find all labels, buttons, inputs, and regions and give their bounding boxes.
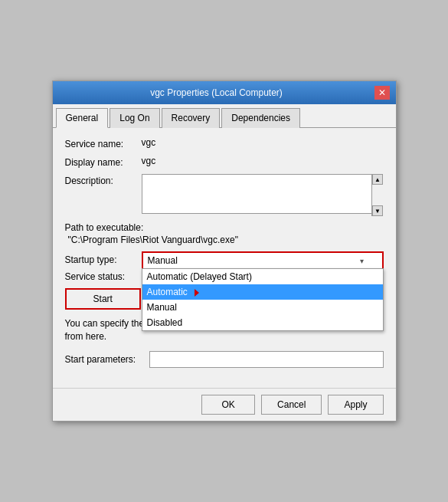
title-bar: vgc Properties (Local Computer) ✕ — [53, 81, 396, 104]
tabs-container: General Log On Recovery Dependencies — [53, 104, 396, 128]
window-title: vgc Properties (Local Computer) — [59, 87, 374, 98]
display-name-row: Display name: vgc — [65, 156, 384, 168]
start-params-label: Start parameters: — [65, 354, 149, 365]
dropdown-arrow-icon: ▾ — [360, 257, 364, 265]
description-input[interactable] — [142, 174, 384, 214]
startup-option-automatic[interactable]: Automatic — [142, 284, 383, 300]
startup-option-manual[interactable]: Manual — [142, 300, 383, 315]
service-name-value: vgc — [142, 137, 384, 148]
ok-button[interactable]: OK — [201, 395, 255, 415]
cancel-button[interactable]: Cancel — [261, 395, 322, 415]
apply-button[interactable]: Apply — [328, 395, 383, 415]
path-section: Path to executable: "C:\Program Files\Ri… — [65, 222, 384, 245]
service-name-label: Service name: — [65, 137, 142, 149]
scroll-up-button[interactable]: ▲ — [372, 174, 383, 185]
selected-arrow-icon — [195, 289, 199, 297]
startup-option-disabled[interactable]: Disabled — [142, 315, 383, 330]
window: vgc Properties (Local Computer) ✕ Genera… — [52, 80, 397, 422]
startup-type-dropdown-wrapper: Manual ▾ Automatic (Delayed Start) Autom… — [142, 251, 384, 270]
description-label: Description: — [65, 174, 142, 186]
tab-dependencies[interactable]: Dependencies — [221, 108, 300, 128]
description-scrollbar: ▲ ▼ — [371, 174, 384, 216]
description-container: ▲ ▼ — [142, 174, 384, 216]
service-name-row: Service name: vgc — [65, 137, 384, 149]
tab-logon[interactable]: Log On — [110, 108, 159, 128]
startup-type-label: Startup type: — [65, 251, 142, 265]
start-params-input[interactable] — [149, 351, 384, 368]
close-button[interactable]: ✕ — [374, 86, 390, 100]
startup-type-options: Automatic (Delayed Start) Automatic Manu… — [142, 268, 384, 331]
tab-content: Service name: vgc Display name: vgc Desc… — [53, 128, 396, 388]
path-value: "C:\Program Files\Riot Vanguard\vgc.exe" — [65, 235, 384, 245]
description-row: Description: ▲ ▼ — [65, 174, 384, 216]
start-params-row: Start parameters: — [65, 351, 384, 368]
startup-type-row: Startup type: Manual ▾ Automatic (Delaye… — [65, 251, 384, 270]
path-label: Path to executable: — [65, 222, 384, 233]
startup-type-selected: Manual — [148, 255, 178, 266]
display-name-value: vgc — [142, 156, 384, 166]
service-status-label: Service status: — [65, 271, 142, 282]
start-button[interactable]: Start — [65, 288, 142, 310]
startup-type-dropdown[interactable]: Manual ▾ — [143, 253, 382, 268]
tab-recovery[interactable]: Recovery — [162, 108, 221, 128]
scroll-down-button[interactable]: ▼ — [372, 205, 383, 216]
tab-general[interactable]: General — [56, 108, 109, 128]
display-name-label: Display name: — [65, 156, 142, 168]
startup-option-delayed[interactable]: Automatic (Delayed Start) — [142, 269, 383, 284]
bottom-buttons: OK Cancel Apply — [53, 388, 396, 421]
startup-type-dropdown-container: Manual ▾ Automatic (Delayed Start) Autom… — [142, 251, 384, 270]
